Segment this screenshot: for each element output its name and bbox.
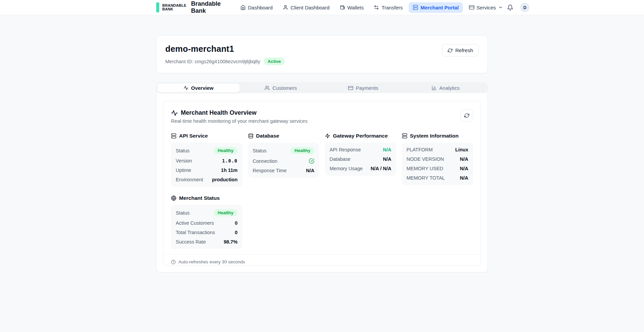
merchant-name: demo-merchant1 [165,44,285,54]
notifications-bell-icon[interactable] [507,4,513,11]
nav-item-client-dashboard[interactable]: Client Dashboard [279,2,334,13]
status-healthy-badge: Healthy [214,209,238,216]
server-icon [402,133,407,139]
tab-overview[interactable]: Overview [157,83,240,93]
nav-item-wallets[interactable]: Wallets [336,2,368,13]
metric-value: production [212,177,238,182]
brand-logo-text: BRANDABLE BANK [162,4,186,11]
refresh-button[interactable]: Refresh [442,44,479,57]
metric-label: Success Rate [176,239,206,245]
metric-value: N/A [383,147,392,152]
health-card-subtitle: Real-time health monitoring of your merc… [171,118,307,124]
metric-label: PLATFORM [407,147,433,152]
section-panel: StatusHealthyVersion1.0.0Uptime1h 11mEnv… [171,143,242,187]
status-healthy-badge: Healthy [214,147,238,154]
users-icon [265,85,270,90]
section-title: API Service [179,133,208,139]
tab-analytics[interactable]: Analytics [404,83,487,93]
metric-label: MEMORY TOTAL [407,175,445,181]
auto-refresh-note: Auto-refreshes every 30 seconds [178,259,245,264]
tab-label: Analytics [439,85,460,91]
section-title: System Information [410,133,459,139]
transfers-icon [374,5,379,10]
health-section-database: DatabaseStatusHealthyConnectionResponse … [248,133,319,187]
metric-row-memory-usage: Memory UsageN/A / N/A [330,164,392,173]
brand-logo-line2: BANK [162,7,186,11]
metric-row-version: Version1.0.0 [176,156,238,165]
user-icon [283,5,288,10]
server-icon [413,5,418,10]
metric-row-response-time: Response TimeN/A [253,166,315,175]
clock-icon [171,260,176,264]
metric-value: N/A [460,175,468,181]
metric-row-environment: Environmentproduction [176,175,238,184]
metric-value: 98.7% [224,239,237,245]
health-section-gateway-performance: Gateway PerformanceAPI ResponseN/ADataba… [325,133,396,187]
metric-label: Status [176,210,190,216]
health-refresh-button[interactable] [461,109,473,121]
nav-item-merchant-portal[interactable]: Merchant Portal [409,2,463,13]
metric-row-platform: PLATFORMLinux [407,145,469,154]
health-section-merchant-status: Merchant StatusStatusHealthyActive Custo… [171,195,242,249]
nav-item-label: Dashboard [248,5,273,10]
home-icon [240,5,246,10]
section-panel: API ResponseN/ADatabaseN/AMemory UsageN/… [325,143,396,176]
merchant-id: Merchant ID: cmgs26g41008ezvcm9j8jbq8y [165,59,260,64]
metric-value: Linux [455,147,468,152]
metric-label: Database [330,156,350,162]
nav-item-transfers[interactable]: Transfers [370,2,407,13]
status-healthy-badge: Healthy [291,147,314,154]
metric-value: N/A [306,168,314,173]
section-panel: StatusHealthyActive Customers0Total Tran… [171,205,242,249]
metric-row-status: StatusHealthy [253,145,315,156]
merchant-tab-panel: OverviewCustomersPaymentsAnalytics Merch… [156,82,488,272]
metric-row-success-rate: Success Rate98.7% [176,237,238,247]
refresh-icon [464,113,469,118]
activity-icon [183,85,189,90]
nav-item-label: Services [477,5,496,10]
refresh-button-label: Refresh [455,47,473,53]
health-card-title: Merchant Health Overview [181,109,257,116]
metric-label: Total Transactions [176,230,215,235]
tab-payments[interactable]: Payments [322,83,405,93]
app-title: Brandable Bank [191,0,221,14]
metric-label: API Response [330,147,361,152]
chevron-down-icon [498,5,503,10]
health-card-footer: Auto-refreshes every 30 seconds [163,254,481,265]
metric-row-status: StatusHealthy [176,207,238,218]
activity-icon [171,110,178,116]
metric-row-active-customers: Active Customers0 [176,218,238,228]
tab-label: Overview [191,85,214,91]
bar-chart-icon [432,85,437,90]
section-title: Merchant Status [179,195,220,201]
metric-row-memory-used: MEMORY USEDN/A [407,164,469,173]
section-panel: PLATFORMLinuxNODE VERSIONN/AMEMORY USEDN… [402,143,473,185]
nav-item-label: Transfers [381,5,403,10]
zap-icon [325,133,330,139]
health-sections-grid: API ServiceStatusHealthyVersion1.0.0Upti… [163,133,481,249]
nav-item-label: Wallets [347,5,364,10]
metric-label: MEMORY USED [407,166,443,171]
credit-card-icon [469,5,474,10]
metric-label: Uptime [176,168,191,173]
user-avatar[interactable]: D [520,3,530,12]
metric-label: NODE VERSION [407,156,444,162]
metric-label: Version [176,158,192,163]
wallet-icon [340,5,345,10]
check-circle-icon [309,158,314,164]
database-icon [248,133,253,139]
tab-customers[interactable]: Customers [240,83,322,93]
nav-item-dashboard[interactable]: Dashboard [236,2,277,13]
metric-value: N/A [460,166,468,171]
metric-row-database: DatabaseN/A [330,154,392,164]
health-section-api-service: API ServiceStatusHealthyVersion1.0.0Upti… [171,133,242,187]
metric-value: 1h 11m [221,168,237,173]
metric-value: N/A / N/A [371,166,392,171]
nav-item-services[interactable]: Services [465,2,507,13]
metric-label: Environment [176,177,203,182]
metric-value: 0 [235,220,237,226]
nav-item-label: Merchant Portal [420,5,459,10]
metric-label: Connection [253,158,277,164]
tab-label: Customers [272,85,297,91]
metric-row-uptime: Uptime1h 11m [176,165,238,175]
